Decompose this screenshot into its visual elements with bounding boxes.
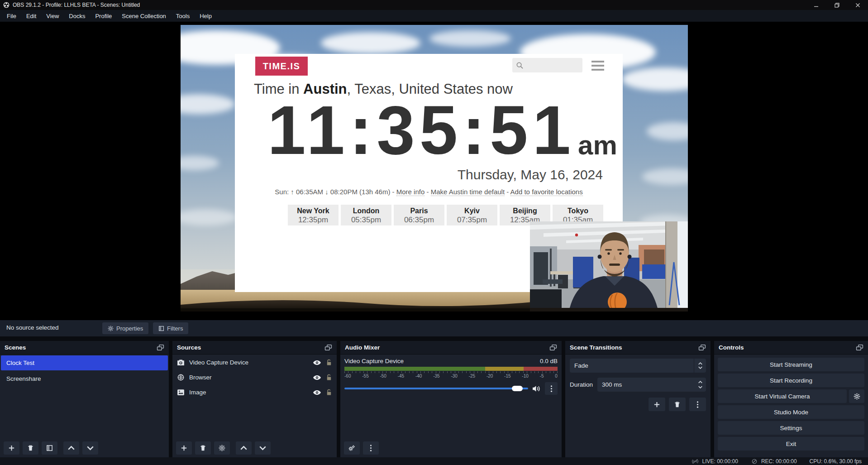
scene-item-clock-test[interactable]: Clock Test (1, 355, 168, 370)
mixer-channel: Video Capture Device 0.0 dB -60 -55 -50 … (340, 355, 562, 438)
remove-transition-button[interactable] (669, 398, 686, 411)
source-properties-button[interactable] (214, 441, 230, 455)
settings-button[interactable]: Settings (718, 421, 864, 435)
transitions-header: Scene Transitions (565, 341, 711, 355)
scenes-dock: Scenes Clock Test Screenshare (0, 341, 169, 457)
world-time-card: Kyiv 07:35pm (447, 205, 497, 225)
source-item-browser[interactable]: Browser (172, 370, 337, 384)
source-item-image[interactable]: Image (172, 385, 337, 399)
menu-profile[interactable]: Profile (90, 10, 117, 22)
volume-slider[interactable] (344, 388, 528, 389)
image-icon (177, 389, 185, 396)
mixer-menu-button[interactable] (363, 441, 379, 455)
scale-label: -45 (398, 374, 404, 379)
channel-menu-button[interactable] (545, 382, 558, 395)
scene-item-screenshare[interactable]: Screenshare (1, 371, 168, 386)
city-name: New York (288, 207, 339, 215)
scale-label: -25 (469, 374, 475, 379)
studio-mode-button[interactable]: Studio Mode (718, 405, 864, 419)
lock-icon[interactable] (326, 374, 332, 381)
duration-value: 300 ms (602, 381, 622, 388)
sources-dock-header: Sources (172, 341, 337, 355)
menu-tools[interactable]: Tools (171, 10, 195, 22)
move-source-up-button[interactable] (236, 441, 252, 455)
menu-file[interactable]: File (2, 10, 21, 22)
webcam-video (530, 221, 688, 312)
add-scene-button[interactable] (4, 441, 19, 455)
duration-spinbox[interactable]: 300 ms (597, 378, 706, 392)
duration-spinner[interactable] (698, 381, 702, 388)
visibility-eye-icon[interactable] (313, 390, 321, 395)
advanced-audio-button[interactable] (344, 441, 360, 455)
scale-label: -40 (415, 374, 422, 379)
channel-level-db: 0.0 dB (540, 358, 558, 364)
visibility-eye-icon[interactable] (313, 360, 321, 365)
scale-label: -15 (504, 374, 510, 379)
volume-slider-handle[interactable] (512, 386, 523, 391)
move-scene-down-button[interactable] (82, 441, 98, 455)
start-recording-button[interactable]: Start Recording (718, 374, 864, 387)
menu-view[interactable]: View (41, 10, 64, 22)
lock-icon[interactable] (326, 389, 332, 396)
menu-edit[interactable]: Edit (21, 10, 41, 22)
source-label: Browser (189, 374, 212, 381)
clock-display: 11:35:51 am (267, 96, 617, 164)
chevron-up-icon (698, 362, 702, 365)
gear-icon (108, 326, 114, 331)
scenes-dock-title: Scenes (5, 344, 26, 351)
add-source-button[interactable] (176, 441, 192, 455)
properties-button[interactable]: Properties (102, 322, 148, 334)
speaker-icon[interactable] (532, 385, 541, 392)
move-source-down-button[interactable] (255, 441, 271, 455)
menu-scene-collection[interactable]: Scene Collection (117, 10, 171, 22)
transition-select[interactable]: Fade (570, 359, 706, 373)
program-canvas[interactable]: TIME.IS Time in Austin, Texas, United St… (181, 25, 688, 312)
start-streaming-button[interactable]: Start Streaming (718, 358, 864, 371)
popout-icon[interactable] (324, 344, 332, 351)
live-status: LIVE: 00:00:00 (692, 458, 738, 465)
controls-body: Start Streaming Start Recording Start Vi… (714, 355, 868, 457)
search-icon (516, 62, 524, 69)
controls-dock: Controls Start Streaming Start Recording… (714, 341, 868, 457)
sources-list: Video Capture Device Browser Image (172, 355, 337, 438)
select-spinner[interactable] (694, 359, 706, 373)
scale-label: 0 (555, 374, 558, 379)
popout-icon[interactable] (157, 344, 164, 351)
minimize-button[interactable] (806, 0, 826, 10)
camera-icon (177, 359, 185, 366)
webcam-overlay (530, 221, 688, 312)
audio-mixer-dock: Audio Mixer Video Capture Device 0.0 dB … (340, 341, 562, 457)
lock-icon[interactable] (326, 359, 332, 366)
sources-dock-title: Sources (177, 344, 201, 351)
virtual-camera-settings-button[interactable] (849, 389, 864, 403)
chevron-down-icon (698, 386, 702, 388)
popout-icon[interactable] (549, 344, 557, 351)
sources-dock: Sources Video Capture Device Browser Ima… (172, 341, 337, 457)
close-button[interactable] (847, 0, 868, 10)
mixer-toolbar (340, 438, 562, 457)
title-bar: OBS 29.1.2 - Profile: LLHLS BETA - Scene… (0, 0, 868, 10)
hamburger-menu-icon (591, 61, 604, 73)
remove-scene-button[interactable] (23, 441, 38, 455)
add-transition-button[interactable] (649, 398, 665, 411)
preview-area: TIME.IS Time in Austin, Texas, United St… (0, 22, 868, 320)
transition-menu-button[interactable] (689, 398, 706, 411)
popout-icon[interactable] (698, 344, 706, 351)
clock-time: 11:35:51 (267, 96, 575, 164)
start-virtual-camera-button[interactable]: Start Virtual Camera (718, 389, 847, 403)
exit-button[interactable]: Exit (718, 437, 864, 451)
audio-mixer-header: Audio Mixer (340, 341, 562, 355)
remove-source-button[interactable] (195, 441, 211, 455)
visibility-eye-icon[interactable] (313, 375, 321, 380)
scene-filters-button[interactable] (42, 441, 57, 455)
no-source-status: No source selected (6, 324, 59, 331)
move-scene-up-button[interactable] (63, 441, 79, 455)
sun-times: Sun: ↑ 06:35AM ↓ 08:20PM (13h 46m) (275, 188, 390, 196)
menu-help[interactable]: Help (195, 10, 217, 22)
transitions-body: Fade Duration 300 ms (565, 355, 711, 457)
popout-icon[interactable] (856, 344, 863, 351)
maximize-button[interactable] (826, 0, 847, 10)
menu-docks[interactable]: Docks (64, 10, 90, 22)
filters-button[interactable]: Filters (153, 322, 188, 334)
source-item-video-capture[interactable]: Video Capture Device (172, 355, 337, 369)
